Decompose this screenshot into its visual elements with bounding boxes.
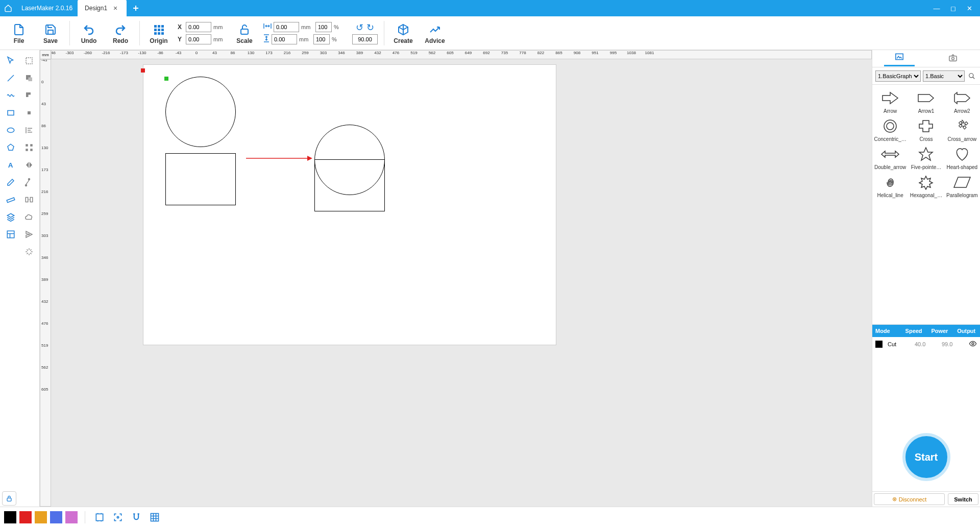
mirror-tool[interactable] (21, 157, 37, 173)
maximize-button[interactable]: ◻ (949, 5, 957, 12)
distribute-tool[interactable] (21, 192, 37, 207)
laser-tool[interactable] (21, 244, 37, 259)
origin-icon (153, 22, 165, 37)
canvas[interactable] (51, 59, 872, 507)
grid-array-tool[interactable] (21, 140, 37, 155)
arrow-indicator (246, 155, 312, 161)
color-swatch-1[interactable] (19, 511, 32, 523)
svg-rect-9 (241, 29, 248, 34)
search-icon[interactable] (967, 71, 977, 81)
height-pct-input[interactable] (313, 34, 330, 44)
height-input[interactable] (272, 34, 297, 44)
line-tool[interactable] (3, 70, 18, 86)
shape-lib-concentric--[interactable]: Concentric_… (873, 116, 907, 142)
lock-toggle[interactable] (2, 491, 16, 506)
text-tool[interactable]: A (3, 157, 18, 173)
shape-lib-helical-line[interactable]: Helical_line (873, 172, 907, 198)
curve-tool[interactable] (3, 88, 18, 103)
shape-lib-five-pointe-[interactable]: Five-pointe… (909, 144, 943, 170)
rect-tool[interactable] (3, 105, 18, 121)
ellipse-tool[interactable] (3, 123, 18, 138)
layers-tool[interactable] (3, 209, 18, 225)
shape-lib-arrow1[interactable]: Arrow1 (909, 88, 943, 114)
eraser-tool[interactable] (3, 175, 18, 190)
shape-lib-heart-shaped[interactable]: Heart-shaped (945, 144, 979, 170)
node-edit-tool[interactable] (21, 175, 37, 190)
save-button[interactable]: Save (36, 18, 65, 49)
add-tab-button[interactable] (130, 2, 142, 14)
send-tool[interactable] (21, 227, 37, 242)
svg-point-31 (952, 57, 954, 60)
cloud-tool[interactable] (21, 209, 37, 225)
rotate-ccw-icon[interactable]: ↺ (356, 22, 363, 33)
color-swatch-2[interactable] (35, 511, 47, 523)
minimize-button[interactable]: — (933, 5, 940, 12)
rotate-input[interactable] (352, 34, 378, 44)
canvas-area: mm -346-303-260-216-173-130-86-430438613… (40, 50, 872, 507)
snap-tool[interactable] (129, 510, 143, 524)
layers-panel: Mode Speed Power Output Cut 40.0 99.0 (872, 324, 980, 423)
y-input[interactable] (186, 34, 211, 44)
marquee-tool[interactable] (21, 53, 37, 68)
align-left-tool[interactable] (21, 123, 37, 138)
tab-design1[interactable]: Design1 × (78, 0, 127, 16)
shape-lib-arrow[interactable]: Arrow (873, 88, 907, 114)
close-icon[interactable]: × (111, 4, 119, 12)
advice-button[interactable]: Advice (420, 18, 450, 49)
library-tab[interactable] (884, 51, 915, 66)
svg-rect-25 (30, 198, 33, 202)
width-input[interactable] (274, 22, 299, 32)
rotate-cw-icon[interactable]: ↻ (366, 22, 374, 33)
home-icon[interactable] (0, 0, 16, 16)
ruler-tool[interactable] (3, 192, 18, 207)
fit-tool[interactable] (92, 510, 107, 524)
shape-lib-arrow2[interactable]: Arrow2 (945, 88, 979, 114)
polygon-tool[interactable] (3, 140, 18, 155)
grid-tool[interactable] (148, 510, 162, 524)
intersect-tool[interactable] (21, 105, 37, 121)
shape-rect-left[interactable] (165, 153, 236, 205)
shape-lib-double-arrow[interactable]: Double_arrow (873, 144, 907, 170)
start-button[interactable]: Start (902, 433, 950, 481)
disconnect-button[interactable]: ⊗ Disconnect (874, 493, 945, 505)
svg-rect-7 (158, 32, 160, 35)
origin-marker-red (141, 68, 145, 73)
layer-row[interactable]: Cut 40.0 99.0 (872, 337, 980, 351)
close-window-button[interactable]: ✕ (966, 5, 973, 12)
svg-rect-26 (7, 231, 14, 238)
width-pct-input[interactable] (315, 22, 332, 32)
layout-tool[interactable] (3, 227, 18, 242)
position-group: X mm Y mm (178, 22, 226, 44)
svg-rect-1 (158, 25, 160, 28)
origin-button[interactable]: Origin (144, 18, 174, 49)
height-icon (263, 34, 270, 44)
shape-circle-left[interactable] (165, 77, 236, 147)
category-select-1[interactable]: 1.BasicGraph (875, 70, 921, 82)
eye-icon[interactable] (969, 341, 977, 348)
color-swatch-4[interactable] (65, 511, 78, 523)
file-button[interactable]: File (4, 18, 34, 49)
color-swatch-0[interactable] (4, 511, 16, 523)
redo-button[interactable]: Redo (106, 18, 135, 49)
scale-button[interactable]: Scale (230, 18, 259, 49)
shape-lib-cross-arrow[interactable]: Cross_arrow (945, 116, 979, 142)
size-group: mm % mm % (263, 22, 346, 44)
create-button[interactable]: Create (388, 18, 418, 49)
union-tool[interactable] (21, 70, 37, 86)
svg-rect-17 (30, 144, 33, 147)
shape-lib-hexagonal--[interactable]: Hexagonal_… (909, 172, 943, 198)
shape-lib-cross[interactable]: Cross (909, 116, 943, 142)
undo-button[interactable]: Undo (74, 18, 104, 49)
select-tool[interactable] (3, 53, 18, 68)
lock-open-icon (238, 22, 251, 37)
shape-lib-parallelogram[interactable]: Parallelogram (945, 172, 979, 198)
x-input[interactable] (186, 22, 211, 32)
category-select-2[interactable]: 1.Basic (923, 70, 965, 82)
color-swatch-3[interactable] (50, 511, 62, 523)
shape-circle-right[interactable] (314, 125, 385, 195)
switch-button[interactable]: Switch (948, 493, 978, 505)
subtract-tool[interactable] (21, 88, 37, 103)
camera-tab[interactable] (938, 52, 968, 66)
cube-icon (397, 22, 409, 37)
focus-tool[interactable] (111, 510, 125, 524)
